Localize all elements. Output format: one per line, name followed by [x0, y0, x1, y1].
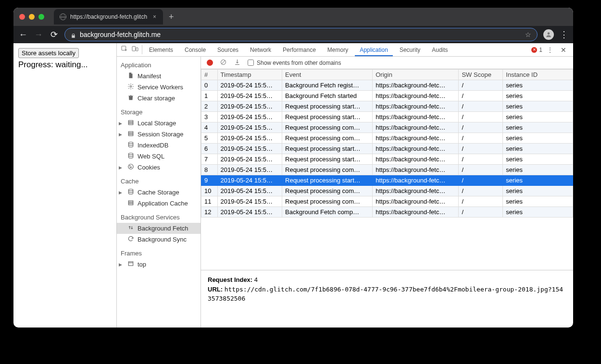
tab-memory[interactable]: Memory: [323, 44, 353, 56]
svg-rect-2: [132, 47, 136, 51]
table-row[interactable]: 32019-05-24 15:5…Request processing star…: [201, 112, 573, 122]
sidebar-item-application-cache[interactable]: Application Cache: [117, 198, 200, 209]
col-timestamp[interactable]: Timestamp: [217, 70, 282, 80]
table-row[interactable]: 82019-05-24 15:5…Request processing com……: [201, 165, 573, 175]
devtools-close-icon[interactable]: ✕: [558, 46, 569, 54]
sidebar-item-indexeddb[interactable]: IndexedDB: [117, 140, 200, 151]
expand-icon[interactable]: ▶: [119, 190, 122, 195]
file-icon: [127, 72, 134, 80]
cell: https://background-fetc…: [373, 91, 459, 101]
clear-icon[interactable]: [220, 59, 227, 67]
error-icon: ✕: [531, 47, 537, 53]
tab-network[interactable]: Network: [245, 44, 276, 56]
col-swscope[interactable]: SW Scope: [459, 70, 503, 80]
sidebar-item-cache-storage[interactable]: ▶Cache Storage: [117, 187, 200, 198]
maximize-window-icon[interactable]: [38, 14, 44, 20]
store-assets-button[interactable]: Store assets locally: [18, 48, 79, 58]
content-area: Store assets locally Progress: waiting..…: [13, 43, 573, 328]
inspect-element-icon[interactable]: [121, 45, 128, 54]
table-row[interactable]: 102019-05-24 15:5…Request processing com…: [201, 186, 573, 196]
record-icon[interactable]: [207, 60, 213, 66]
sidebar-item-label: Session Storage: [138, 131, 183, 138]
sidebar-item-manifest[interactable]: Manifest: [117, 71, 200, 82]
sidebar-item-background-fetch[interactable]: Background Fetch: [117, 223, 200, 234]
devtools-more-icon[interactable]: ⋮: [544, 47, 556, 53]
sidebar-item-top[interactable]: ▶top: [117, 259, 200, 270]
profile-avatar[interactable]: [543, 29, 554, 40]
sidebar-item-label: Cookies: [138, 164, 160, 171]
col-instanceid[interactable]: Instance ID: [503, 70, 573, 80]
cell: 2019-05-24 15:5…: [217, 91, 282, 101]
device-toolbar-icon[interactable]: [131, 45, 139, 54]
sidebar-item-label: top: [138, 261, 146, 268]
sidebar-item-clear-storage[interactable]: Clear storage: [117, 93, 200, 104]
expand-icon[interactable]: ▶: [119, 121, 122, 126]
show-other-domains-input[interactable]: [248, 60, 254, 66]
cell: /: [459, 112, 503, 122]
close-tab-icon[interactable]: ×: [151, 13, 158, 20]
address-bar[interactable]: background-fetch.glitch.me ☆: [64, 28, 538, 41]
forward-button[interactable]: →: [34, 30, 43, 40]
table-row[interactable]: 122019-05-24 15:5…Background Fetch comp……: [201, 207, 573, 218]
request-index-label: Request Index:: [208, 276, 252, 283]
cell: 2019-05-24 15:5…: [217, 133, 282, 144]
bookmark-icon[interactable]: ☆: [525, 31, 531, 38]
sidebar-item-label: Service Workers: [138, 84, 183, 91]
table-row[interactable]: 112019-05-24 15:5…Request processing com…: [201, 196, 573, 207]
sidebar-item-label: Background Sync: [138, 236, 187, 243]
close-window-icon[interactable]: [19, 14, 25, 20]
sidebar-item-local-storage[interactable]: ▶Local Storage: [117, 118, 200, 129]
events-table: #TimestampEventOriginSW ScopeInstance ID…: [201, 69, 573, 218]
tab-performance[interactable]: Performance: [278, 44, 321, 56]
sync-icon: [127, 235, 134, 243]
tab-console[interactable]: Console: [180, 44, 211, 56]
table-row[interactable]: 62019-05-24 15:5…Request processing star…: [201, 144, 573, 154]
error-indicator[interactable]: ✕ 1: [531, 47, 542, 53]
sidebar-item-service-workers[interactable]: Service Workers: [117, 82, 200, 93]
cell: 7: [201, 154, 218, 165]
sidebar-item-background-sync[interactable]: Background Sync: [117, 234, 200, 245]
sidebar-item-session-storage[interactable]: ▶Session Storage: [117, 129, 200, 140]
reload-button[interactable]: ⟳: [49, 29, 59, 40]
tab-security[interactable]: Security: [395, 44, 425, 56]
devtools-panel: ElementsConsoleSourcesNetworkPerformance…: [116, 43, 573, 328]
cell: 0: [201, 80, 218, 91]
table-row[interactable]: 22019-05-24 15:5…Request processing star…: [201, 101, 573, 112]
frame-icon: [127, 260, 134, 268]
col-[interactable]: #: [201, 70, 218, 80]
download-icon[interactable]: [234, 59, 241, 67]
expand-icon[interactable]: ▶: [119, 132, 122, 137]
table-row[interactable]: 02019-05-24 15:5…Background Fetch regist…: [201, 80, 573, 91]
cell: 2019-05-24 15:5…: [217, 196, 282, 207]
events-table-wrap[interactable]: #TimestampEventOriginSW ScopeInstance ID…: [201, 69, 573, 270]
table-row[interactable]: 72019-05-24 15:5…Request processing star…: [201, 154, 573, 165]
new-tab-button[interactable]: +: [163, 12, 180, 22]
expand-icon[interactable]: ▶: [119, 165, 122, 170]
table-row[interactable]: 92019-05-24 15:5…Request processing star…: [201, 175, 573, 186]
svg-point-16: [130, 167, 130, 168]
table-row[interactable]: 12019-05-24 15:5…Background Fetch starte…: [201, 91, 573, 101]
tab-sources[interactable]: Sources: [213, 44, 243, 56]
sidebar-item-web-sql[interactable]: Web SQL: [117, 151, 200, 162]
cell: Background Fetch regist…: [282, 80, 373, 91]
cell: /: [459, 175, 503, 186]
tab-elements[interactable]: Elements: [144, 44, 178, 56]
table-row[interactable]: 52019-05-24 15:5…Request processing com……: [201, 133, 573, 144]
svg-rect-1: [122, 46, 126, 50]
sidebar-item-cookies[interactable]: ▶Cookies: [117, 162, 200, 173]
expand-icon[interactable]: ▶: [119, 262, 122, 267]
tab-application[interactable]: Application: [355, 44, 393, 56]
url-value: https://cdn.glitch.com/7f1b6896-078d-477…: [208, 286, 563, 303]
svg-rect-21: [128, 262, 133, 266]
col-event[interactable]: Event: [282, 70, 373, 80]
browser-tab[interactable]: https://background-fetch.glitch ×: [54, 9, 163, 24]
show-other-domains-checkbox[interactable]: Show events from other domains: [248, 60, 341, 66]
show-other-domains-label: Show events from other domains: [257, 60, 341, 66]
col-origin[interactable]: Origin: [373, 70, 459, 80]
back-button[interactable]: ←: [18, 30, 28, 40]
minimize-window-icon[interactable]: [29, 14, 35, 20]
cell: 2019-05-24 15:5…: [217, 112, 282, 122]
table-row[interactable]: 42019-05-24 15:5…Request processing com……: [201, 122, 573, 133]
tab-audits[interactable]: Audits: [427, 44, 452, 56]
browser-menu-icon[interactable]: ⋮: [560, 29, 568, 40]
